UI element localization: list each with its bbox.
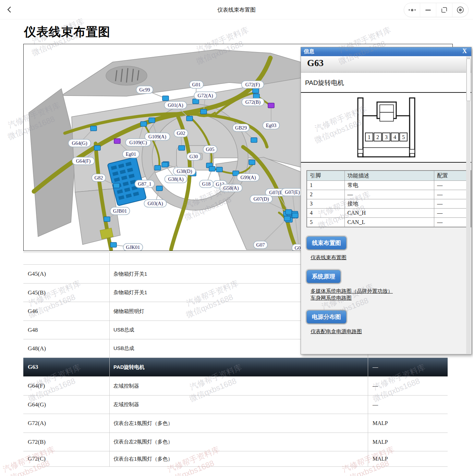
table-row[interactable]: G72(C)仪表台右1氛围灯（多色）MALP <box>23 451 448 467</box>
table-cell: G72(A) <box>23 414 110 433</box>
diagram-label-text: G05 <box>206 147 215 152</box>
connector-marker <box>292 213 298 218</box>
table-row[interactable]: G72(B)仪表台左2氛围灯（多色）MALP <box>23 433 448 451</box>
section-button[interactable]: 电源分布图 <box>306 310 347 324</box>
connector-marker <box>155 165 161 170</box>
table-cell: MALP <box>368 451 448 466</box>
diagram-label-text: Eg01 <box>126 151 136 157</box>
connector-code-bar: G63 <box>301 56 471 73</box>
section-button[interactable]: 系统原理 <box>306 270 341 283</box>
diagram-label-text: G30 <box>190 154 198 159</box>
info-panel: 信息 X G63 PAD旋转电机 12345 引脚功能描述配置1常电—2——3接… <box>301 47 472 354</box>
diagram-label-text: G99(A) <box>240 175 256 180</box>
panel-scrollbar[interactable] <box>466 57 471 354</box>
connector-marker <box>162 162 168 167</box>
circuit-link[interactable]: 多媒体系统电路图（品牌外置功放） <box>311 288 471 295</box>
connector-marker <box>110 242 117 247</box>
table-cell: 仪表台左2氛围灯（多色） <box>110 433 368 451</box>
connector-marker <box>104 217 110 222</box>
table-cell: G48 <box>23 321 110 339</box>
diagram-label-text: Gc99 <box>139 87 150 92</box>
connector-marker <box>162 96 169 101</box>
table-row[interactable]: G64(F)左域控制器— <box>23 377 448 396</box>
diagram-label-text: G72(A) <box>197 93 213 99</box>
nav-title: 仪表线束布置图 <box>0 7 473 14</box>
pin-table-row: 3接地— <box>307 199 471 209</box>
pin-number: 2 <box>376 134 379 140</box>
table-cell: G72(B) <box>23 433 110 451</box>
connector-drawing: 12345 <box>343 95 429 160</box>
table-row[interactable]: G64(G)左域控制器— <box>23 396 448 414</box>
section-button[interactable]: 线束布置图 <box>306 236 347 250</box>
pin-table-cell: 1 <box>307 181 344 190</box>
diagram-label-text: G38(A) <box>168 176 183 182</box>
table-cell: 左域控制器 <box>110 377 368 395</box>
connector-marker <box>186 116 193 121</box>
diagram-label-text: G82 <box>95 175 103 180</box>
pin-table-cell: 5 <box>307 218 344 227</box>
diagram-label-text: G02 <box>177 130 185 136</box>
pin-table-cell: — <box>434 181 471 190</box>
minimize-icon <box>425 10 431 11</box>
circuit-link[interactable]: 仪表配电盒电源电路图 <box>311 328 471 335</box>
diagram-label-text: G72(F) <box>245 82 260 88</box>
info-panel-body: 引脚功能描述配置1常电—2——3接地—4CAN_H—5CAN_L— 线束布置图仪… <box>301 170 471 335</box>
connector-marker <box>114 139 120 143</box>
table-cell: G46 <box>23 302 110 321</box>
table-cell: MALP <box>368 414 448 433</box>
record-icon <box>457 7 464 13</box>
restore-button[interactable] <box>436 3 452 17</box>
record-button[interactable] <box>452 3 468 17</box>
pin-table-cell: — <box>434 209 471 218</box>
table-cell: G63 <box>23 358 110 376</box>
pin-table: 引脚功能描述配置1常电—2——3接地—4CAN_H—5CAN_L— <box>306 170 471 227</box>
diagram-label-text: G58(A) <box>223 185 239 191</box>
table-cell: PAD旋转电机 <box>110 358 368 376</box>
circuit-link[interactable]: 车身网系统电路图 <box>311 295 471 301</box>
table-cell: 仪表台右1氛围灯（多色） <box>110 451 368 466</box>
connector-name: PAD旋转电机 <box>305 78 344 87</box>
diagram-label-text: Eg03 <box>266 123 277 128</box>
connector-marker <box>249 160 255 165</box>
pin-table-cell: 4 <box>307 209 344 218</box>
table-row[interactable]: G63PAD旋转电机— <box>23 358 448 377</box>
connector-marker <box>251 138 257 142</box>
connector-marker <box>253 94 259 99</box>
pin-table-header: 配置 <box>434 171 471 181</box>
panel-scrollbar-thumb[interactable] <box>466 59 471 101</box>
table-cell: G64(F) <box>23 377 110 395</box>
table-cell: G48(A) <box>23 339 110 358</box>
connector-marker <box>94 146 100 150</box>
table-row[interactable]: G72(A)仪表台左1氛围灯（多色）MALP <box>23 414 448 433</box>
connector-drawing-box: 12345 <box>301 93 471 163</box>
connector-marker <box>141 122 147 126</box>
pin-table-cell: 接地 <box>344 199 434 209</box>
navbar: 仪表线束布置图 <box>0 0 473 20</box>
connector-code: G63 <box>307 58 324 68</box>
table-cell: G45(B) <box>23 284 110 302</box>
more-button[interactable] <box>404 3 420 17</box>
minimize-button[interactable] <box>420 3 436 17</box>
connector-marker <box>268 103 274 108</box>
connector-marker <box>216 167 222 172</box>
window-controls <box>404 3 469 17</box>
pin-table-cell: 2 <box>307 190 344 199</box>
table-cell: — <box>368 377 448 395</box>
pin-table-row: 5CAN_L— <box>307 218 471 227</box>
connector-marker <box>156 186 162 191</box>
diagram-label-text: G87_1 <box>138 181 151 187</box>
table-cell: G64(G) <box>23 396 110 414</box>
pin-table-cell: — <box>434 190 471 199</box>
connector-marker <box>149 118 155 123</box>
circuit-link[interactable]: 仪表线束布置图 <box>311 254 471 261</box>
diagram-label-text: G07(E) <box>285 189 300 195</box>
pin-table-cell: 常电 <box>344 181 434 190</box>
pin-table-cell: — <box>434 218 471 227</box>
diagram-label-text: G72(B) <box>245 99 260 105</box>
table-cell: — <box>368 358 448 376</box>
pin-number: 4 <box>393 134 396 140</box>
close-icon[interactable]: X <box>462 48 467 55</box>
connector-marker <box>209 166 215 171</box>
pin-table-row: 4CAN_H— <box>307 209 471 218</box>
diagram-label-text: GJK01 <box>126 245 140 250</box>
